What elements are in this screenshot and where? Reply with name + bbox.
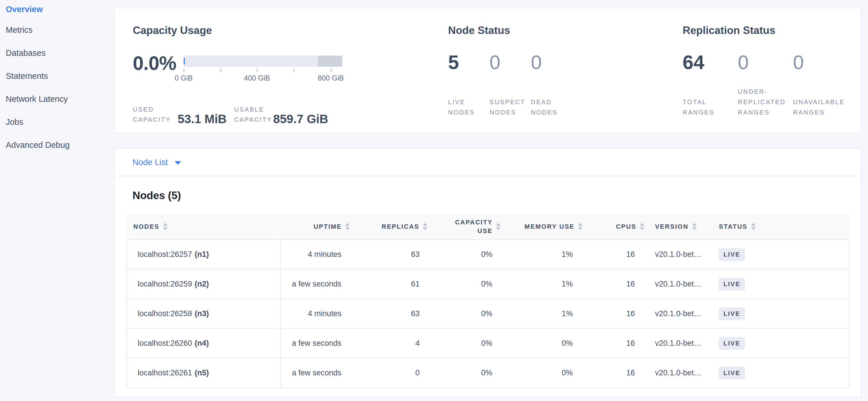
column-header-cpus[interactable]: CPUS	[583, 214, 645, 239]
column-header-label: STATUS	[719, 223, 748, 230]
cluster-summary-card: Capacity Usage 0.0% 0 GiB 400 GiB 800 Gi…	[114, 7, 862, 133]
capacity-gauge-chart: 0 GiB 400 GiB 800 GiB	[184, 56, 342, 87]
total-ranges-label: TOTAL RANGES	[683, 97, 738, 118]
replicas-cell: 4	[350, 328, 428, 358]
sidebar-item-network-latency[interactable]: Network Latency	[0, 87, 114, 111]
memory-use-cell: 0%	[501, 358, 583, 388]
sidebar-item-overview[interactable]: Overview	[0, 0, 114, 19]
usable-capacity-value: 859.7 GiB	[273, 114, 328, 124]
table-row[interactable]: localhost:26260(n4) a few seconds 4 0% 0…	[126, 328, 849, 358]
status-cell: LIVE	[707, 328, 849, 358]
nodes-table-title: Nodes (5)	[132, 190, 861, 202]
gauge-axis-label: 400 GiB	[244, 74, 270, 82]
main-content: Capacity Usage 0.0% 0 GiB 400 GiB 800 Gi…	[114, 0, 862, 398]
cpus-cell: 16	[583, 328, 645, 358]
status-cell: LIVE	[707, 269, 849, 299]
capacity-use-cell: 0%	[428, 358, 501, 388]
column-header-label: CPUS	[616, 223, 636, 230]
node-status-section: Node Status 5 LIVE NODES 0 SUSPECT NODES…	[448, 24, 661, 133]
node-list-dropdown[interactable]: Node List	[115, 149, 861, 176]
sort-icon	[578, 223, 583, 230]
status-cell: LIVE	[707, 358, 849, 388]
capacity-used-percent: 0.0%	[133, 56, 176, 70]
node-address-cell: localhost:26259(n2)	[126, 269, 281, 299]
version-cell: v20.1.0-bet…	[645, 299, 707, 328]
under-replicated-ranges-label: UNDER-REPLICATED RANGES	[738, 87, 793, 118]
under-replicated-ranges-stat: 0 UNDER-REPLICATED RANGES	[738, 54, 793, 118]
column-header-uptime[interactable]: UPTIME	[281, 214, 350, 239]
replicas-cell: 0	[350, 358, 428, 388]
capacity-use-cell: 0%	[428, 328, 501, 358]
replication-status-section: Replication Status 64 TOTAL RANGES 0 UND…	[683, 24, 849, 133]
status-badge: LIVE	[719, 248, 745, 261]
sidebar-item-jobs[interactable]: Jobs	[0, 111, 114, 134]
total-ranges-value: 64	[683, 54, 738, 70]
memory-use-cell: 1%	[501, 269, 583, 299]
version-cell: v20.1.0-bet…	[645, 269, 707, 299]
unavailable-ranges-stat: 0 UNAVAILABLE RANGES	[793, 54, 848, 118]
memory-use-cell: 1%	[501, 239, 583, 269]
capacity-use-cell: 0%	[428, 299, 501, 328]
column-header-status[interactable]: STATUS	[707, 214, 849, 239]
capacity-gauge-bar	[184, 56, 342, 67]
status-badge: LIVE	[719, 337, 745, 350]
table-row[interactable]: localhost:26257(n1) 4 minutes 63 0% 1% 1…	[126, 239, 849, 269]
capacity-gauge-used-segment	[184, 58, 185, 64]
replicas-cell: 61	[350, 269, 428, 299]
column-header-capacity-use[interactable]: CAPACITY USE	[428, 214, 501, 239]
suspect-nodes-label: SUSPECT NODES	[490, 97, 531, 118]
column-header-version[interactable]: VERSION	[645, 214, 707, 239]
table-header-row: NODES UPTIME REPLICAS CAPACITY USE MEMOR	[126, 214, 849, 239]
capacity-usage-section: Capacity Usage 0.0% 0 GiB 400 GiB 800 Gi…	[133, 24, 351, 133]
live-nodes-value: 5	[448, 54, 490, 70]
dead-nodes-value: 0	[531, 54, 572, 70]
replicas-cell: 63	[350, 299, 428, 328]
sort-icon	[751, 223, 755, 230]
node-address-cell: localhost:26258(n3)	[126, 299, 281, 328]
status-badge: LIVE	[719, 308, 745, 320]
version-cell: v20.1.0-bet…	[645, 358, 707, 388]
total-ranges-stat: 64 TOTAL RANGES	[683, 54, 738, 118]
chevron-down-icon	[175, 161, 181, 165]
used-capacity-value: 53.1 MiB	[178, 114, 226, 124]
table-row[interactable]: localhost:26259(n2) a few seconds 61 0% …	[126, 269, 849, 299]
uptime-cell: a few seconds	[281, 269, 350, 299]
column-header-replicas[interactable]: REPLICAS	[350, 214, 428, 239]
column-header-label: REPLICAS	[382, 223, 419, 230]
gauge-axis-label: 0 GiB	[175, 74, 193, 82]
replication-status-title: Replication Status	[683, 24, 849, 37]
table-row[interactable]: localhost:26261(n5) a few seconds 0 0% 0…	[126, 358, 849, 388]
unavailable-ranges-label: UNAVAILABLE RANGES	[793, 97, 848, 118]
node-address-cell: localhost:26261(n5)	[126, 358, 281, 388]
node-list-dropdown-label: Node List	[132, 157, 168, 167]
column-header-nodes[interactable]: NODES	[126, 214, 281, 239]
version-cell: v20.1.0-bet…	[645, 239, 707, 269]
capacity-gauge-reserved-segment	[318, 56, 342, 67]
sort-icon	[163, 223, 167, 230]
node-address-cell: localhost:26257(n1)	[126, 239, 281, 269]
under-replicated-ranges-value: 0	[738, 54, 793, 70]
sidebar-item-databases[interactable]: Databases	[0, 41, 114, 64]
column-header-label: CAPACITY USE	[452, 218, 493, 235]
memory-use-cell: 0%	[501, 328, 583, 358]
unavailable-ranges-value: 0	[793, 54, 848, 70]
cpus-cell: 16	[583, 239, 645, 269]
column-header-label: UPTIME	[314, 223, 342, 230]
sidebar-item-advanced-debug[interactable]: Advanced Debug	[0, 134, 114, 156]
capacity-use-cell: 0%	[428, 269, 501, 299]
nodes-table: NODES UPTIME REPLICAS CAPACITY USE MEMOR	[126, 214, 849, 388]
version-cell: v20.1.0-bet…	[645, 328, 707, 358]
gauge-tick	[220, 69, 221, 72]
sort-icon	[423, 223, 427, 230]
sidebar-item-metrics[interactable]: Metrics	[0, 19, 114, 41]
sidebar-item-statements[interactable]: Statements	[0, 64, 114, 87]
status-badge: LIVE	[719, 367, 745, 379]
live-nodes-stat: 5 LIVE NODES	[448, 54, 490, 118]
uptime-cell: 4 minutes	[281, 239, 350, 269]
uptime-cell: a few seconds	[281, 328, 350, 358]
table-row[interactable]: localhost:26258(n3) 4 minutes 63 0% 1% 1…	[126, 299, 849, 328]
capacity-usage-title: Capacity Usage	[133, 24, 351, 37]
used-capacity-label: USED CAPACITY	[133, 105, 177, 124]
gauge-tick	[294, 69, 294, 72]
column-header-memory-use[interactable]: MEMORY USE	[501, 214, 583, 239]
